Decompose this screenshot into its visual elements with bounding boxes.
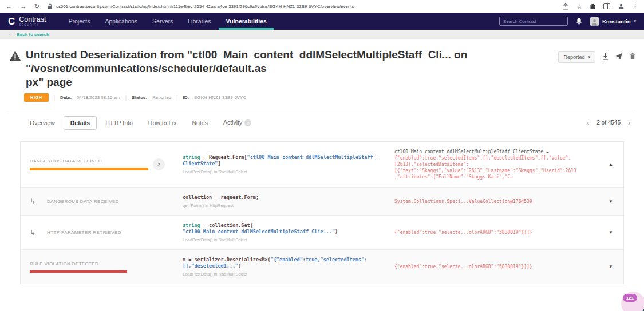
event-count-badge[interactable]: 2 bbox=[153, 158, 165, 170]
nav-item-projects[interactable]: Projects bbox=[61, 13, 98, 30]
app-navbar: C Contrast SECURITY Projects Application… bbox=[0, 13, 644, 30]
event-code: string = collection.Get( "ctl00_Main_con… bbox=[175, 222, 385, 242]
event-code: collection = request.Form; get_Form() in… bbox=[175, 194, 385, 208]
nav-item-libraries[interactable]: Libraries bbox=[180, 13, 218, 30]
event-value: {"enabled":true,"selecte...olorARGB":"58… bbox=[385, 229, 598, 236]
event-value: {"enabled":true,"selecte...olorARGB":"58… bbox=[385, 264, 598, 270]
back-to-search-link[interactable]: Back to search bbox=[17, 32, 49, 37]
browser-reload-icon[interactable]: ↻ bbox=[34, 0, 39, 13]
expand-chevron-icon[interactable]: ▼ bbox=[609, 230, 613, 235]
event-caption: LoadPostData() in RadMultiSelect bbox=[183, 169, 385, 174]
navbar-right: Konstantin ▾ bbox=[499, 13, 644, 30]
brand-name: Contrast bbox=[19, 16, 46, 23]
tab-how-to-fix[interactable]: How to Fix bbox=[141, 116, 184, 130]
user-caret-icon: ▾ bbox=[634, 19, 636, 23]
browser-menu-icon[interactable]: ⋮ bbox=[632, 3, 638, 10]
status-dropdown[interactable]: Reported ▾ bbox=[558, 51, 595, 63]
page-title: Untrusted Deserialization from "ctl00_Ma… bbox=[26, 48, 557, 89]
event-value: System.Collections.Speci...ValueCollecti… bbox=[385, 198, 598, 205]
browser-back-icon[interactable]: ← bbox=[6, 0, 12, 13]
vulnerability-header: Untrusted Deserialization from "ctl00_Ma… bbox=[0, 39, 644, 110]
notification-count-badge[interactable]: 121 bbox=[623, 294, 637, 302]
browser-profile-icon[interactable] bbox=[618, 3, 625, 10]
send-icon[interactable] bbox=[615, 52, 623, 62]
contrast-logo[interactable]: C Contrast SECURITY bbox=[8, 13, 46, 30]
event-code: string = Request.Form["ctl00_Main_conten… bbox=[175, 154, 385, 174]
event-label: DANGEROUS DATA RECEIVED bbox=[47, 199, 119, 204]
export-download-icon[interactable] bbox=[602, 52, 609, 62]
back-chevron-icon: ‹ bbox=[9, 31, 11, 37]
id-label: ID: bbox=[183, 95, 189, 100]
user-avatar bbox=[590, 17, 599, 26]
status-value: Reported bbox=[152, 95, 171, 100]
expand-chevron-icon[interactable]: ▼ bbox=[609, 199, 613, 204]
user-name: Konstantin bbox=[602, 18, 631, 25]
expand-chevron-icon[interactable]: ▼ bbox=[609, 264, 613, 269]
event-code: m = serializer.Deserialize<M>("{"enabled… bbox=[175, 257, 385, 277]
share-icon[interactable] bbox=[562, 3, 569, 10]
tabs-bar: Overview Details HTTP Info How to Fix No… bbox=[0, 110, 644, 130]
event-caption: get_Form() in HttpRequest bbox=[183, 203, 385, 208]
chat-widget[interactable]: 121 bbox=[610, 282, 644, 311]
propagation-arrow-icon: ↳ bbox=[30, 197, 35, 205]
brand-subtitle: SECURITY bbox=[19, 24, 46, 27]
primary-nav: Projects Applications Servers Libraries … bbox=[61, 13, 274, 30]
tab-details[interactable]: Details bbox=[64, 116, 97, 130]
severity-badge: HIGH bbox=[24, 93, 49, 102]
nav-item-applications[interactable]: Applications bbox=[97, 13, 145, 30]
event-label: DANGEROUS DATA RECEIVED bbox=[30, 158, 148, 170]
event-caption: LoadPostData() in RadMultiSelect bbox=[183, 272, 385, 277]
user-menu[interactable]: Konstantin ▾ bbox=[590, 17, 636, 26]
tab-overview[interactable]: Overview bbox=[23, 116, 62, 130]
event-row-dangerous-data-received-2: ↳ DANGEROUS DATA RECEIVED collection = r… bbox=[21, 188, 623, 216]
back-bar: ‹ Back to search bbox=[0, 30, 644, 39]
page: ← → ↻ cs001.contrastsecurity.com/Contras… bbox=[0, 0, 644, 311]
tab-activity[interactable]: Activity0 bbox=[216, 115, 258, 130]
prev-page-icon[interactable]: ‹ bbox=[587, 119, 589, 127]
activity-count-badge: 0 bbox=[244, 119, 251, 126]
extensions-puzzle-icon[interactable] bbox=[590, 3, 596, 10]
id-value: EGKH-HNZ1-33B9-6VYC bbox=[194, 95, 246, 100]
date-value: 04/18/2023 08:15 am bbox=[77, 95, 120, 100]
event-label: HTTP PARAMETER RETRIEVED bbox=[47, 230, 121, 235]
propagation-arrow-icon: ↳ bbox=[30, 229, 35, 237]
event-label: RULE VIOLATION DETECTED bbox=[30, 261, 127, 273]
status-caret-icon: ▾ bbox=[588, 55, 590, 59]
event-row-dangerous-data-received-1: DANGEROUS DATA RECEIVED 2 string = Reque… bbox=[21, 142, 623, 188]
tab-notes[interactable]: Notes bbox=[185, 116, 214, 130]
date-label: Date: bbox=[60, 95, 72, 100]
address-bar[interactable]: cs001.contrastsecurity.com/Contrast/stat… bbox=[48, 3, 556, 10]
next-page-icon[interactable]: › bbox=[628, 119, 630, 127]
nav-item-servers[interactable]: Servers bbox=[145, 13, 180, 30]
browser-forward-icon[interactable]: → bbox=[20, 0, 26, 13]
bookmark-star-icon[interactable]: ☆ bbox=[576, 3, 582, 10]
page-position: 2 of 4545 bbox=[596, 119, 621, 126]
collapse-chevron-icon[interactable]: ▲ bbox=[609, 162, 613, 167]
event-row-http-parameter-retrieved: ↳ HTTP PARAMETER RETRIEVED string = coll… bbox=[21, 216, 623, 250]
pagination: ‹ 2 of 4545 › bbox=[587, 119, 630, 127]
browser-chrome: ← → ↻ cs001.contrastsecurity.com/Contras… bbox=[0, 0, 644, 13]
url-text[interactable]: cs001.contrastsecurity.com/Contrast/stat… bbox=[56, 4, 354, 9]
event-caption: LoadPostData() in RadMultiSelect bbox=[183, 237, 385, 242]
event-row-rule-violation-detected: RULE VIOLATION DETECTED m = serializer.D… bbox=[21, 250, 623, 284]
contrast-logo-icon: C bbox=[8, 17, 15, 26]
vulnerability-meta: HIGH | Date: 04/18/2023 08:15 am | Statu… bbox=[24, 93, 636, 102]
events-card: DANGEROUS DATA RECEIVED 2 string = Reque… bbox=[20, 141, 624, 284]
warning-triangle-icon bbox=[9, 50, 21, 63]
lock-icon bbox=[48, 3, 53, 10]
nav-item-vulnerabilities[interactable]: Vulnerabilities bbox=[219, 13, 274, 30]
sidebar-icon[interactable] bbox=[603, 3, 610, 9]
header-actions: Reported ▾ bbox=[558, 48, 636, 63]
delete-trash-icon[interactable] bbox=[629, 52, 636, 62]
notifications-bell-icon[interactable] bbox=[575, 17, 583, 25]
browser-toolbar-icons: ☆ ⋮ bbox=[562, 3, 638, 10]
event-value: ctl00_Main_content_ddlMSelectMultipleSta… bbox=[385, 149, 598, 180]
search-input[interactable] bbox=[499, 17, 568, 26]
status-label: Status: bbox=[132, 95, 147, 100]
tab-http-info[interactable]: HTTP Info bbox=[98, 116, 140, 130]
